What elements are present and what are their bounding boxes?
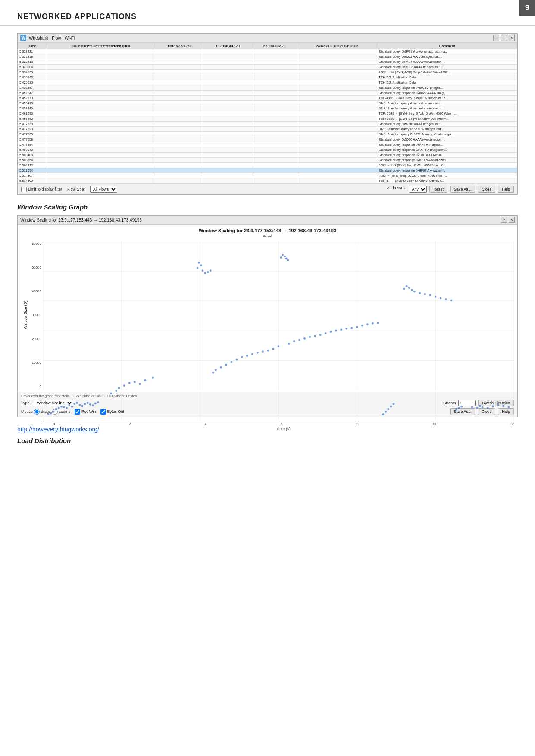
cell-info: Standard query 0x5C9B AAAA images.lcat..… xyxy=(377,122,517,127)
svg-point-32 xyxy=(94,402,97,404)
svg-point-75 xyxy=(319,334,322,336)
svg-point-80 xyxy=(345,328,347,330)
table-row[interactable]: 5.452987Standard query response 0x6022 A… xyxy=(18,85,517,91)
cell-info: TCH-5.2: Application Data xyxy=(377,75,517,80)
svg-point-61 xyxy=(267,350,269,352)
table-row[interactable]: 5.513094Standard query response 0x8F67 A… xyxy=(18,168,517,173)
cell-time: 5.461096 xyxy=(18,111,47,116)
table-row[interactable]: 5.498948Standard query response CRAFT A … xyxy=(18,147,517,153)
x-tick-2: 2 xyxy=(129,422,131,426)
table-row[interactable]: 5.453486DNS: Standard query A m.media-am… xyxy=(18,106,517,111)
ws-packet-table: Time 2400:8901::f03c:91ff:fe9b:febb:8080… xyxy=(18,43,517,184)
reset-button[interactable]: Reset xyxy=(429,186,447,193)
svg-text:W: W xyxy=(21,36,25,41)
titlebar-controls: — □ × xyxy=(493,35,515,41)
table-row[interactable]: 5.425620TCH-5.2: Application Data xyxy=(18,80,517,85)
cell-addr xyxy=(47,178,155,184)
close-ws-button[interactable]: Close xyxy=(478,186,495,193)
drags-radio[interactable] xyxy=(34,409,40,415)
svg-point-68 xyxy=(287,259,289,261)
cell-addr xyxy=(252,116,297,122)
scaling-close-button[interactable]: × xyxy=(509,217,515,223)
table-row[interactable]: 5.503408Standard query response 0x1BE AA… xyxy=(18,153,517,158)
cell-addr xyxy=(155,158,203,163)
svg-point-79 xyxy=(340,328,342,331)
cell-addr xyxy=(297,85,377,91)
graph-svg xyxy=(43,242,514,420)
cell-time: 5.504222 xyxy=(18,163,47,168)
svg-point-91 xyxy=(393,403,395,405)
maximize-button[interactable]: □ xyxy=(501,35,507,41)
cell-addr xyxy=(155,65,203,70)
svg-point-83 xyxy=(361,325,363,327)
svg-point-24 xyxy=(73,403,75,405)
cell-addr xyxy=(47,173,155,178)
table-row[interactable]: 5.453418DNS: Standard query A m.media-am… xyxy=(18,101,517,106)
cell-addr xyxy=(47,163,155,168)
scaling-title: Window Scaling for 23.9.177.153:443 → 19… xyxy=(20,218,142,222)
cell-addr xyxy=(297,91,377,96)
cell-addr xyxy=(47,106,155,111)
table-row[interactable]: 5.461096TCP: 3682 → [SYN] Seq=0 Ack=0 Wi… xyxy=(18,111,517,116)
cell-time: 5.514867 xyxy=(18,173,47,178)
cell-addr xyxy=(155,137,203,142)
svg-point-108 xyxy=(476,407,479,409)
cell-info: Standard query response 0x1BE AAAA m.m..… xyxy=(377,153,517,158)
cell-addr xyxy=(252,142,297,147)
cell-addr xyxy=(203,163,252,168)
col-src5: 2404:6800:4002:804::200e xyxy=(297,43,377,49)
cell-addr xyxy=(47,137,155,142)
table-row[interactable]: 5.5148674682 → [SYN] Seq=0 Ack=0 Win=409… xyxy=(18,173,517,178)
cell-addr xyxy=(252,49,297,54)
cell-time: 5.453418 xyxy=(18,101,47,106)
cell-time: 5.503554 xyxy=(18,158,47,163)
cell-info: DNS: Standard query A m.media-amazon.c..… xyxy=(377,101,517,106)
table-row[interactable]: 5.477535DNS: Standard query 0x6671 A ima… xyxy=(18,132,517,137)
x-tick-0: 0 xyxy=(53,422,55,426)
close-button[interactable]: × xyxy=(509,35,515,41)
flow-type-select[interactable]: All Flows xyxy=(90,186,117,193)
table-row[interactable]: 5.5042224682 → 443 [SYN] Seq=0 Win=65535… xyxy=(18,163,517,168)
scaling-help-button[interactable]: ? xyxy=(501,217,507,223)
table-row[interactable]: 5.323418Standard query 0x7474 AAAA www.a… xyxy=(18,59,517,65)
table-row[interactable]: 5.477558Standard query 0x5076 AAAA www.a… xyxy=(18,137,517,142)
cell-addr xyxy=(155,101,203,106)
svg-point-23 xyxy=(71,406,73,408)
svg-point-111 xyxy=(487,407,489,409)
minimize-button[interactable]: — xyxy=(493,35,499,41)
table-row[interactable]: 5.333231Standard query 0x8F67 A www.amaz… xyxy=(18,49,517,54)
svg-point-71 xyxy=(298,339,300,341)
cell-addr xyxy=(47,132,155,137)
graph-subtitle: Wi-Fi xyxy=(21,234,514,238)
scaling-window: Window Scaling for 23.9.177.153:443 → 19… xyxy=(17,215,518,417)
svg-point-101 xyxy=(440,297,442,300)
col-src1: 2400:8901::f03c:91ff:fe9b:febb:8080 xyxy=(47,43,155,49)
cell-addr xyxy=(155,59,203,65)
table-row[interactable]: 5.477984Standard query response 0xAF4 A … xyxy=(18,142,517,147)
svg-point-43 xyxy=(197,267,199,269)
cell-addr xyxy=(203,168,252,173)
table-row[interactable]: 5.420742TCH-5.2: Application Data xyxy=(18,75,517,80)
table-row[interactable]: 5.477520Standard query 0x5C9B AAAA image… xyxy=(18,122,517,127)
svg-point-41 xyxy=(144,379,146,381)
limit-filter-checkbox[interactable] xyxy=(21,187,27,192)
cell-time: 5.514403 xyxy=(18,178,47,184)
svg-point-103 xyxy=(450,299,452,301)
table-row[interactable]: 5.3341334682 → 44 [SYN, ACK] Seq=0 Ack=0… xyxy=(18,70,517,75)
addresses-select[interactable]: Any xyxy=(409,186,427,193)
graph-title: Window Scaling for 23.9.177.153:443 → 19… xyxy=(21,228,514,233)
table-row[interactable]: 5.477528DNS: Standard query 0x6671 A ima… xyxy=(18,127,517,132)
table-row[interactable]: 5.503554Standard query response 0x67 A w… xyxy=(18,158,517,163)
table-row[interactable]: 5.323884Standard query 0x3CE6 AAAA image… xyxy=(18,65,517,70)
table-row[interactable]: 5.322418Standard query 0x6022 AAAA image… xyxy=(18,54,517,59)
table-row[interactable]: 5.514403TCP-4 → 4673640 Seq=42 Ack=2 Win… xyxy=(18,178,517,184)
cell-addr xyxy=(47,147,155,153)
cell-time: 5.452847 xyxy=(18,91,47,96)
table-row[interactable]: 5.452879TCP-4396 → 443 [SYN] Seq=0 Win=6… xyxy=(18,96,517,101)
cell-addr xyxy=(155,54,203,59)
table-row[interactable]: 5.452847Standard query response 0x6022 A… xyxy=(18,91,517,96)
table-row[interactable]: 5.466562TCP: 3680 → [SYN] Seq=FM Ack=409… xyxy=(18,116,517,122)
save-as-button[interactable]: Save As... xyxy=(450,186,476,193)
help-button[interactable]: Help xyxy=(498,186,514,193)
cell-info: DNS: Standard query 0x6671 A images/lcat… xyxy=(377,132,517,137)
